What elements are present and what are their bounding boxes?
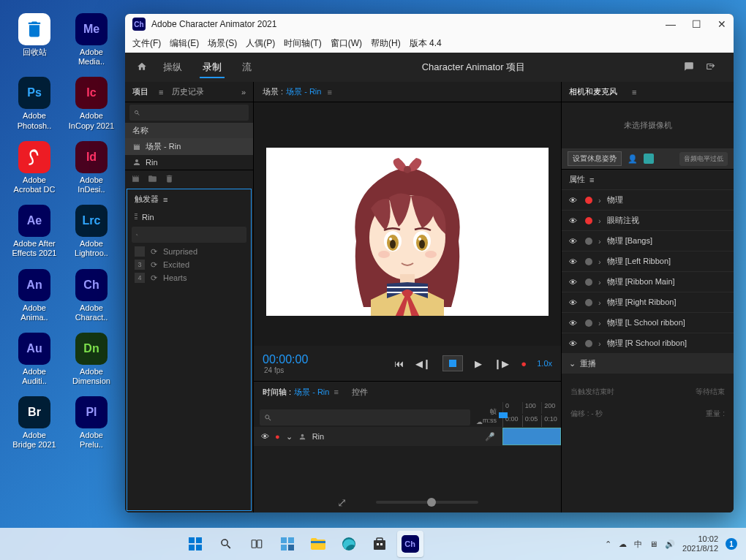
desktop-icon[interactable]: PlAdobe Prelu.. (66, 396, 117, 450)
mode-tab[interactable]: 流 (239, 57, 255, 77)
hamburger-icon[interactable]: ≡ (632, 88, 636, 97)
timeline-ruler[interactable]: 0100200 0:000:050:10 (502, 402, 561, 427)
chevron-down-icon[interactable]: ⌄ (286, 432, 293, 442)
cloud-icon[interactable]: ☁ (476, 418, 483, 425)
eye-icon[interactable]: 👁 (569, 339, 579, 348)
property-row[interactable]: 👁›物理 [R School ribbon] (562, 333, 734, 353)
mic-toggle-icon[interactable] (644, 154, 654, 164)
expand-icon[interactable]: ⤢ (337, 496, 347, 510)
step-forward-icon[interactable]: ❙▶ (494, 358, 509, 369)
property-row[interactable]: 👁›眼睛注视 (562, 210, 734, 230)
desktop-icon[interactable]: DnAdobe Dimension (66, 333, 117, 386)
search-icon[interactable] (213, 531, 239, 557)
tray-chevron-icon[interactable]: ⌃ (605, 540, 611, 549)
project-search-input[interactable] (143, 108, 244, 117)
folder-icon[interactable] (148, 174, 157, 183)
desktop-icon[interactable]: MeAdobe Media.. (66, 13, 117, 67)
desktop-icon[interactable]: AnAdobe Anima.. (9, 269, 60, 322)
hamburger-icon[interactable]: ≡ (159, 88, 163, 97)
desktop-icon[interactable]: Adobe Acrobat DC (9, 141, 60, 194)
chevron-right-icon[interactable]: › (598, 339, 601, 348)
eye-icon[interactable]: 👁 (569, 278, 579, 287)
minimize-button[interactable]: — (666, 18, 676, 30)
record-dot-icon[interactable]: ● (275, 432, 280, 441)
trigger-item[interactable]: 4⟳Hearts (127, 271, 251, 284)
mic-icon[interactable]: 🎤 (485, 432, 495, 442)
tab-history[interactable]: 历史记录 (172, 86, 204, 97)
goto-start-icon[interactable]: ⏮ (394, 358, 404, 369)
chat-icon[interactable] (678, 61, 700, 74)
property-row[interactable]: 👁›物理 (562, 189, 734, 210)
menu-item[interactable]: 人偶(P) (246, 37, 275, 50)
arm-dot[interactable] (585, 238, 592, 245)
network-icon[interactable]: 🖥 (649, 540, 658, 548)
project-item[interactable]: 场景 - Rin (125, 138, 253, 155)
menu-item[interactable]: 版本 4.4 (410, 37, 442, 50)
eye-icon[interactable]: 👁 (569, 216, 579, 225)
menu-item[interactable]: 场景(S) (208, 37, 237, 50)
arm-dot[interactable] (585, 258, 592, 265)
mode-tab[interactable]: 录制 (200, 57, 225, 78)
timeline-search[interactable] (260, 409, 470, 425)
record-icon[interactable]: ● (521, 358, 527, 369)
edge-icon[interactable] (336, 531, 362, 557)
arm-dot[interactable] (585, 319, 592, 327)
task-view-icon[interactable] (244, 531, 270, 557)
timecode[interactable]: 00:00:00 (263, 353, 308, 366)
store-icon[interactable] (366, 531, 393, 557)
arm-dot[interactable] (585, 217, 592, 224)
preview-canvas[interactable] (266, 148, 549, 316)
desktop-icon[interactable]: IdAdobe InDesi.. (66, 141, 117, 194)
character-animator-taskbar-icon[interactable]: Ch (397, 531, 423, 557)
zoom-slider[interactable] (376, 501, 478, 504)
property-row[interactable]: 👁›物理 [Right Ribbon] (562, 292, 734, 312)
menu-item[interactable]: 时间轴(T) (284, 37, 321, 50)
chevron-right-icon[interactable]: › (598, 196, 601, 205)
tab-project[interactable]: 项目 (132, 86, 148, 97)
desktop-icon[interactable]: 回收站 (9, 13, 60, 67)
desktop-icon[interactable]: BrAdobe Bridge 2021 (9, 396, 60, 450)
menu-item[interactable]: 文件(F) (132, 37, 161, 50)
webcam-icon[interactable]: 👤 (628, 154, 638, 164)
playhead[interactable] (502, 402, 503, 427)
chevron-right-icon[interactable]: › (598, 216, 601, 225)
trigger-item[interactable]: 3⟳Excited (127, 258, 251, 271)
chevron-right-icon[interactable]: › (598, 319, 601, 328)
arm-dot[interactable] (585, 279, 592, 286)
project-item[interactable]: Rin (125, 155, 253, 170)
widgets-icon[interactable] (274, 531, 301, 557)
rest-pose-button[interactable]: 设置休息姿势 (568, 151, 622, 166)
arm-dot[interactable] (585, 299, 592, 306)
arm-dot[interactable] (585, 197, 592, 204)
desktop-icon[interactable]: AuAdobe Auditi.. (9, 333, 60, 386)
scene-name[interactable]: 场景 - Rin (286, 86, 321, 97)
menu-item[interactable]: 编辑(E) (170, 37, 199, 50)
ime-indicator[interactable]: 中 (634, 539, 642, 550)
explorer-icon[interactable] (305, 531, 331, 557)
chevron-down-icon[interactable]: ⌄ (569, 359, 576, 368)
close-button[interactable]: ✕ (717, 18, 726, 30)
timeline-search-input[interactable] (275, 413, 466, 422)
play-icon[interactable]: ▶ (475, 358, 482, 369)
onedrive-icon[interactable]: ☁ (619, 540, 627, 549)
chevron-right-icon[interactable]: › (598, 298, 601, 307)
eye-icon[interactable]: 👁 (569, 196, 579, 205)
clock[interactable]: 10:02 2021/8/12 (682, 534, 718, 553)
trigger-item[interactable]: ⟳Surprised (127, 245, 251, 258)
property-row[interactable]: 👁›物理 [Left Ribbon] (562, 251, 734, 271)
desktop-icon[interactable]: ChAdobe Charact.. (66, 269, 117, 322)
project-search[interactable] (129, 105, 249, 121)
hamburger-icon[interactable]: ≡ (589, 175, 594, 184)
chevron-right-icon[interactable]: › (598, 237, 601, 246)
hamburger-icon[interactable]: ≡ (327, 88, 331, 97)
share-icon[interactable] (700, 61, 722, 74)
menu-item[interactable]: 窗口(W) (331, 37, 362, 50)
delete-icon[interactable] (165, 174, 174, 183)
clapboard-icon[interactable] (131, 174, 140, 183)
chevron-right-icon[interactable]: › (598, 257, 601, 266)
property-row[interactable]: 👁›物理 [Bangs] (562, 230, 734, 251)
playback-speed[interactable]: 1.0x (537, 359, 552, 368)
timeline-controls[interactable]: 控件 (352, 387, 368, 398)
eye-icon[interactable]: 👁 (569, 319, 579, 328)
eye-icon[interactable]: 👁 (261, 432, 269, 441)
